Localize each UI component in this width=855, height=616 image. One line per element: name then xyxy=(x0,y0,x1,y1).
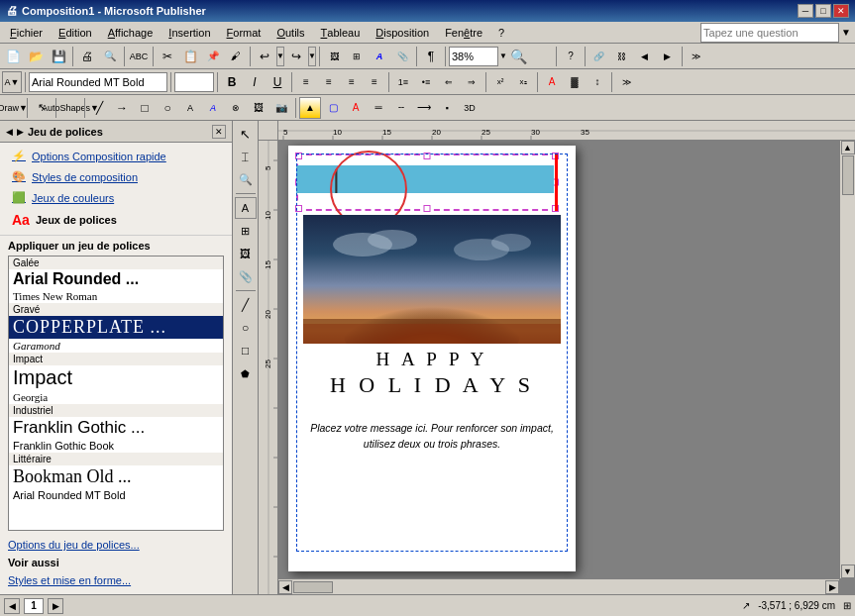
wordart-button[interactable]: A xyxy=(202,97,224,119)
dash-style-button[interactable]: ╌ xyxy=(390,97,412,119)
nav-jeux-polices[interactable]: Aa Jeux de polices xyxy=(8,209,224,231)
arrow-draw-button[interactable]: → xyxy=(111,97,133,119)
decrease-indent-button[interactable]: ⇐ xyxy=(438,71,460,93)
diagram-button[interactable]: ⊗ xyxy=(225,97,247,119)
zoom-in-button[interactable]: 🔍 xyxy=(508,46,530,67)
next-page-button[interactable]: ▶ xyxy=(48,598,63,614)
panel-nav-back[interactable]: ◀ xyxy=(6,127,13,137)
insert-table-button[interactable]: ⊞ xyxy=(346,46,368,67)
v-scroll-thumb[interactable] xyxy=(842,155,854,195)
font-name-input[interactable] xyxy=(29,72,167,92)
format-painter-button[interactable]: 🖌 xyxy=(225,46,247,67)
menu-fichier[interactable]: Fichier xyxy=(2,23,51,43)
h-scroll-track[interactable] xyxy=(292,580,825,594)
v-scrollbar[interactable]: ▲ ▼ xyxy=(839,141,855,578)
font-item-garamond[interactable]: Garamond xyxy=(9,339,223,353)
scroll-left-button[interactable]: ◀ xyxy=(278,580,292,594)
insert-clip-button[interactable]: 📎 xyxy=(391,46,413,67)
highlight-button[interactable]: ▓ xyxy=(564,71,586,93)
styles-mise-en-forme-link[interactable]: Styles et mise en forme... xyxy=(8,574,224,586)
bullets-button[interactable]: •≡ xyxy=(415,71,437,93)
fill-color-button[interactable]: ▲ xyxy=(299,97,321,119)
handle-bl[interactable] xyxy=(295,205,302,212)
menu-outils[interactable]: Outils xyxy=(268,23,312,43)
spell-check-button[interactable]: ABC xyxy=(128,46,150,67)
rect-draw-button[interactable]: □ xyxy=(134,97,156,119)
font-list-container[interactable]: Galée Arial Rounded ... Times New Roman … xyxy=(8,256,224,531)
font-item-impact[interactable]: Impact xyxy=(9,365,223,390)
prev-page-button[interactable]: ◀ xyxy=(4,598,20,614)
options-polices-link[interactable]: Options du jeu de polices... xyxy=(8,539,224,551)
draw-toolbar-button[interactable]: Draw▼ xyxy=(2,97,24,119)
panel-nav-fwd[interactable]: ▶ xyxy=(17,127,24,137)
new-button[interactable]: 📄 xyxy=(2,46,24,67)
nav-options-composition[interactable]: ⚡ Options Composition rapide xyxy=(8,147,224,165)
scroll-up-button[interactable]: ▲ xyxy=(841,141,855,154)
redo-button[interactable]: ↪ xyxy=(285,46,307,67)
prev-frame-button[interactable]: ◀ xyxy=(634,46,656,67)
3d-button[interactable]: 3D xyxy=(459,97,481,119)
italic-button[interactable]: I xyxy=(244,71,266,93)
oval-tool-button[interactable]: ○ xyxy=(235,317,257,339)
link-button[interactable]: 🔗 xyxy=(588,46,610,67)
oval-draw-button[interactable]: ○ xyxy=(157,97,178,119)
line-tool-button[interactable]: ╱ xyxy=(235,294,257,316)
font-color-button[interactable]: A xyxy=(541,71,563,93)
align-right-button[interactable]: ≡ xyxy=(341,71,363,93)
picture-draw-button[interactable]: 📷 xyxy=(270,97,292,119)
menu-disposition[interactable]: Disposition xyxy=(368,23,437,43)
copy-button[interactable]: 📋 xyxy=(179,46,201,67)
zoom-input[interactable] xyxy=(449,47,498,66)
paste-button[interactable]: 📌 xyxy=(202,46,224,67)
font-item-georgia[interactable]: Georgia xyxy=(9,390,223,404)
next-frame-button[interactable]: ▶ xyxy=(657,46,679,67)
redo-dropdown[interactable]: ▼ xyxy=(308,47,316,66)
style-dropdown[interactable]: A▼ xyxy=(2,71,22,93)
numbering-button[interactable]: 1≡ xyxy=(392,71,414,93)
subscript-button[interactable]: x₂ xyxy=(512,71,534,93)
superscript-button[interactable]: x² xyxy=(489,71,511,93)
align-left-button[interactable]: ≡ xyxy=(295,71,317,93)
handle-tl[interactable] xyxy=(295,153,302,159)
font-color2-button[interactable]: A xyxy=(345,97,367,119)
custom-shape-button[interactable]: ⬟ xyxy=(235,362,257,384)
font-size-input[interactable] xyxy=(174,72,214,92)
align-center-button[interactable]: ≡ xyxy=(318,71,340,93)
scroll-down-button[interactable]: ▼ xyxy=(841,565,855,578)
select-tool-button[interactable]: ↖ xyxy=(235,123,257,145)
print-preview-button[interactable]: 🔍 xyxy=(99,46,121,67)
cut-button[interactable]: ✂ xyxy=(157,46,178,67)
font-item-bookman[interactable]: Bookman Old ... xyxy=(9,465,223,488)
canvas-area[interactable]: 5 10 15 20 25 30 35 5 10 1 xyxy=(259,121,855,594)
help-search-input[interactable] xyxy=(700,23,839,43)
v-scroll-track[interactable] xyxy=(841,154,855,565)
insert-picture-button[interactable]: 🖼 xyxy=(323,46,345,67)
clip-art-button[interactable]: 🖼 xyxy=(248,97,269,119)
menu-fenetre[interactable]: Fenêtre xyxy=(437,23,490,43)
image-tool-button[interactable]: 🖼 xyxy=(235,243,257,264)
zoom-out-button[interactable] xyxy=(531,46,553,67)
close-button[interactable]: ✕ xyxy=(833,4,849,18)
handle-bc[interactable] xyxy=(424,205,431,212)
menu-format[interactable]: Format xyxy=(219,23,269,43)
font-item-times[interactable]: Times New Roman xyxy=(9,289,223,303)
line-spacing-button[interactable]: ↕ xyxy=(587,71,608,93)
unlink-button[interactable]: ⛓ xyxy=(611,46,633,67)
zoom-dropdown[interactable]: ▼ xyxy=(499,51,507,60)
h-scroll-thumb[interactable] xyxy=(293,581,333,593)
menu-affichage[interactable]: Affichage xyxy=(100,23,161,43)
save-button[interactable]: 💾 xyxy=(48,46,69,67)
menu-insertion[interactable]: Insertion xyxy=(160,23,218,43)
clip-tool-button[interactable]: 📎 xyxy=(235,265,257,287)
font-item-arial-rounded[interactable]: Arial Rounded ... xyxy=(9,269,223,289)
nav-styles-composition[interactable]: 🎨 Styles de composition xyxy=(8,167,224,186)
minimize-button[interactable]: ─ xyxy=(798,4,813,18)
bold-button[interactable]: B xyxy=(221,71,243,93)
h-scrollbar[interactable]: ◀ ▶ xyxy=(278,578,839,594)
panel-close-button[interactable]: ✕ xyxy=(212,125,226,139)
increase-indent-button[interactable]: ⇒ xyxy=(461,71,482,93)
print-button[interactable]: 🖨 xyxy=(76,46,98,67)
undo-button[interactable]: ↩ xyxy=(254,46,275,67)
text-select-tool-button[interactable]: ⌶ xyxy=(235,146,257,167)
undo-dropdown[interactable]: ▼ xyxy=(276,47,284,66)
